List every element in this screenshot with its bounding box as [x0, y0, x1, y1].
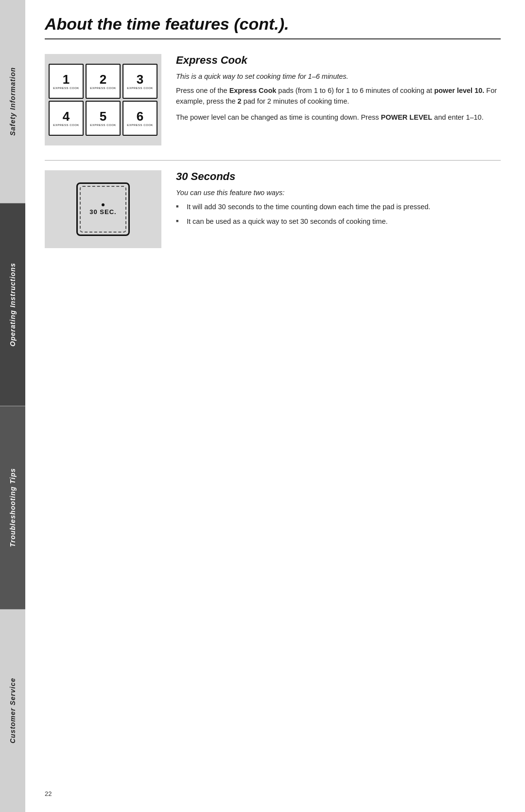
pad-6[interactable]: 6 EXPRESS COOK [122, 101, 158, 136]
pad-4[interactable]: 4 EXPRESS COOK [49, 101, 84, 136]
sidebar-operating[interactable]: Operating Instructions [0, 203, 25, 407]
express-cook-bold1: Express Cook [229, 87, 277, 94]
sec-pad-text: 30 SEC. [89, 208, 116, 216]
express-cook-section: 1 EXPRESS COOK 2 EXPRESS COOK 3 EXPRESS … [45, 54, 501, 145]
express-cook-subtitle: This is a quick way to set cooking time … [176, 72, 501, 80]
bullet-item-1: It will add 30 seconds to the time count… [176, 201, 501, 212]
sidebar-label-troubleshooting: Troubleshooting Tips [9, 468, 17, 547]
express-cook-power-bold: POWER LEVEL [381, 113, 433, 121]
thirty-seconds-subtitle: You can use this feature two ways: [176, 189, 501, 197]
express-cook-content: Express Cook This is a quick way to set … [176, 54, 501, 145]
title-divider [45, 38, 501, 39]
sidebar: Safety Information Operating Instruction… [0, 0, 25, 812]
sidebar-safety[interactable]: Safety Information [0, 0, 25, 203]
pad-5[interactable]: 5 EXPRESS COOK [86, 101, 121, 136]
express-cook-pad-grid: 1 EXPRESS COOK 2 EXPRESS COOK 3 EXPRESS … [49, 64, 158, 136]
bottom-spacer [45, 253, 501, 780]
sec-dot [102, 203, 105, 206]
express-cook-para1: Press one of the Express Cook pads (from… [176, 85, 501, 107]
thirty-seconds-section: 30 SEC. 30 Seconds You can use this feat… [45, 170, 501, 248]
express-cook-bold2: power level 10. [434, 87, 484, 94]
section-divider [45, 160, 501, 161]
sidebar-customer[interactable]: Customer Service [0, 610, 25, 812]
page-number: 22 [45, 790, 52, 797]
sidebar-troubleshooting[interactable]: Troubleshooting Tips [0, 406, 25, 610]
express-cook-image-panel: 1 EXPRESS COOK 2 EXPRESS COOK 3 EXPRESS … [45, 54, 161, 145]
express-cook-heading: Express Cook [176, 54, 501, 67]
sidebar-label-customer: Customer Service [9, 678, 17, 743]
pad-3[interactable]: 3 EXPRESS COOK [122, 64, 158, 99]
pad-1[interactable]: 1 EXPRESS COOK [49, 64, 84, 99]
sidebar-label-operating: Operating Instructions [9, 263, 17, 346]
thirty-seconds-heading: 30 Seconds [176, 170, 501, 183]
thirty-sec-pad[interactable]: 30 SEC. [76, 182, 130, 236]
main-content: About the time features (cont.). 1 EXPRE… [25, 0, 525, 812]
pad-2[interactable]: 2 EXPRESS COOK [86, 64, 121, 99]
page-title: About the time features (cont.). [45, 15, 501, 34]
thirty-seconds-content: 30 Seconds You can use this feature two … [176, 170, 501, 248]
sidebar-label-safety: Safety Information [9, 67, 17, 136]
thirty-seconds-bullets: It will add 30 seconds to the time count… [176, 201, 501, 227]
bullet-item-2: It can be used as a quick way to set 30 … [176, 216, 501, 227]
express-cook-bold3: 2 [238, 97, 242, 105]
thirty-seconds-image-panel: 30 SEC. [45, 170, 161, 248]
sec-pad-inner: 30 SEC. [89, 203, 116, 216]
express-cook-para2: The power level can be changed as time i… [176, 112, 501, 123]
page-footer: 22 [45, 780, 501, 797]
